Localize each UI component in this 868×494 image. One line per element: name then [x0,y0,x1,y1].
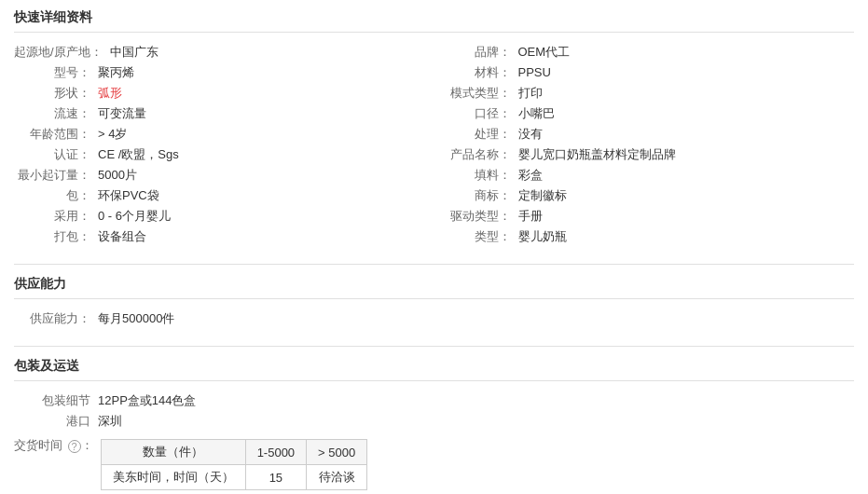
divider-2 [14,346,854,347]
supply-capacity-label: 供应能力： [14,310,98,327]
label-bundle: 打包： [14,228,98,245]
detail-row-type: 类型： 婴儿奶瓶 [434,226,855,247]
detail-row-filler: 填料： 彩盒 [434,165,855,185]
port-label: 港口 [14,413,98,430]
detail-row-bundle: 打包： 设备组合 [14,226,434,247]
col-header-qty: 数量（件） [101,440,245,465]
delivery-row-label: 美东时间，时间（天） [101,465,245,490]
label-flow: 流速： [14,105,98,122]
value-trademark: 定制徽标 [518,187,567,204]
value-age: > 4岁 [98,126,127,143]
delivery-row: 交货时间 ?： 数量（件） 1-5000 > 5000 美东时间，时间（天） 1… [14,435,854,492]
value-pack: 环保PVC袋 [98,187,159,204]
label-caliber: 口径： [434,105,518,122]
detail-row-product-name: 产品名称： 婴儿宽口奶瓶盖材料定制品牌 [434,144,855,165]
delivery-row-val1: 15 [245,465,306,490]
delivery-header-row: 数量（件） 1-5000 > 5000 [101,440,367,465]
detail-row-cert: 认证： CE /欧盟，Sgs [14,144,434,165]
value-moq: 5000片 [98,167,137,184]
detail-row-material: 材料： PPSU [434,62,855,83]
value-flow: 可变流量 [98,105,146,122]
detail-row-trademark: 商标： 定制徽标 [434,185,855,206]
pack-detail-value: 12PP盒或144色盒 [98,392,197,409]
label-model: 型号： [14,64,98,81]
col-header-gt5000: > 5000 [307,440,367,465]
detail-row-use: 采用： 0 - 6个月婴儿 [14,206,434,226]
label-cert: 认证： [14,146,98,163]
detail-row-caliber: 口径： 小嘴巴 [434,103,855,124]
quick-details-section: 快速详细资料 起源地/原产地： 中国广东 型号： 聚丙烯 形状： 弧形 流速： … [14,9,854,247]
value-process: 没有 [518,126,543,143]
delivery-table: 数量（件） 1-5000 > 5000 美东时间，时间（天） 15 待洽谈 [101,439,368,490]
divider-1 [14,264,854,265]
label-material: 材料： [434,64,518,81]
label-type: 类型： [434,228,518,245]
value-cert: CE /欧盟，Sgs [98,146,179,163]
label-use: 采用： [14,208,98,225]
detail-row-origin: 起源地/原产地： 中国广东 [14,42,434,62]
delivery-label: 交货时间 ?： [14,437,101,454]
detail-row-mode: 模式类型： 打印 [434,83,855,103]
label-brand: 品牌： [434,44,518,61]
value-type: 婴儿奶瓶 [518,228,567,245]
delivery-row-val2: 待洽谈 [307,465,367,490]
label-origin: 起源地/原产地： [14,44,110,61]
right-column: 品牌： OEM代工 材料： PPSU 模式类型： 打印 口径： 小嘴巴 处理： … [434,42,855,247]
detail-row-flow: 流速： 可变流量 [14,103,434,124]
packaging-section: 包装及运送 包装细节 12PP盒或144色盒 港口 深圳 交货时间 ?： 数量（… [14,358,854,492]
detail-row-brand: 品牌： OEM代工 [434,42,855,62]
detail-row-drive-type: 驱动类型： 手册 [434,206,855,226]
label-process: 处理： [434,126,518,143]
detail-row-shape: 形状： 弧形 [14,83,434,103]
detail-row-moq: 最小起订量： 5000片 [14,165,434,185]
supply-section: 供应能力 供应能力： 每月500000件 [14,276,854,329]
supply-capacity-value: 每月500000件 [98,310,174,327]
value-brand: OEM代工 [518,44,571,61]
left-column: 起源地/原产地： 中国广东 型号： 聚丙烯 形状： 弧形 流速： 可变流量 年龄… [14,42,434,247]
col-header-1-5000: 1-5000 [245,440,306,465]
label-drive-type: 驱动类型： [434,208,518,225]
port-row: 港口 深圳 [14,411,854,432]
value-filler: 彩盒 [518,167,543,184]
value-shape[interactable]: 弧形 [98,85,122,102]
port-value: 深圳 [98,413,122,430]
value-caliber: 小嘴巴 [518,105,555,122]
label-product-name: 产品名称： [434,146,518,163]
value-product-name: 婴儿宽口奶瓶盖材料定制品牌 [518,146,676,163]
label-pack: 包： [14,187,98,204]
label-moq: 最小起订量： [14,167,98,184]
detail-row-pack: 包： 环保PVC袋 [14,185,434,206]
packaging-title: 包装及运送 [14,358,854,381]
pack-detail-row: 包装细节 12PP盒或144色盒 [14,391,854,411]
delivery-data-row: 美东时间，时间（天） 15 待洽谈 [101,465,367,490]
value-bundle: 设备组合 [98,228,146,245]
label-shape: 形状： [14,85,98,102]
quick-details-title: 快速详细资料 [14,9,854,33]
value-origin: 中国广东 [110,44,158,61]
supply-title: 供应能力 [14,276,854,299]
quick-details-grid: 起源地/原产地： 中国广东 型号： 聚丙烯 形状： 弧形 流速： 可变流量 年龄… [14,42,854,247]
value-model: 聚丙烯 [98,64,134,81]
label-trademark: 商标： [434,187,518,204]
label-age: 年龄范围： [14,126,98,143]
help-icon[interactable]: ? [68,440,81,453]
supply-capacity-row: 供应能力： 每月500000件 [14,309,854,329]
value-use: 0 - 6个月婴儿 [98,208,171,225]
label-filler: 填料： [434,167,518,184]
value-material: PPSU [518,65,551,79]
detail-row-process: 处理： 没有 [434,124,855,144]
detail-row-age: 年龄范围： > 4岁 [14,124,434,144]
value-drive-type: 手册 [518,208,543,225]
pack-detail-label: 包装细节 [14,392,98,409]
label-mode: 模式类型： [434,85,518,102]
value-mode: 打印 [518,85,543,102]
detail-row-model: 型号： 聚丙烯 [14,62,434,83]
